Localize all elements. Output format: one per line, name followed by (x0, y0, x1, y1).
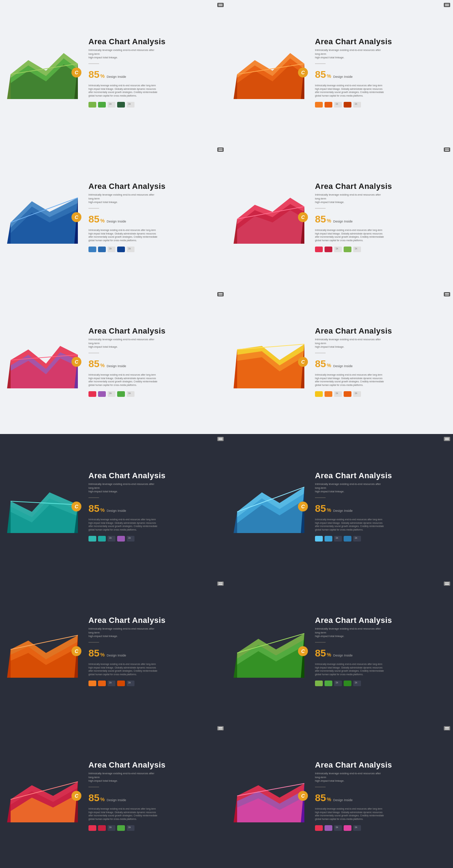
percent-block-2: 85 % Design Inside (315, 69, 446, 80)
percent-label-10: Design Inside (333, 654, 353, 657)
slide-title-11: Area Chart Analysis (88, 760, 219, 770)
divider-6 (315, 353, 326, 353)
slide-subtitle-4: Intrinsically leverage existing end-to-e… (315, 193, 386, 204)
slide-12: C Area Chart Analysis Intrinsically leve… (226, 723, 453, 868)
svg-marker-53 (7, 649, 11, 678)
desc-text-9: Intrinsically leverage existing end-to-e… (88, 662, 159, 676)
chart-area-7: C (7, 476, 78, 537)
percent-num-12: 85 (315, 792, 326, 804)
chip-label-2a: 1k (334, 102, 342, 108)
percent-num-6: 85 (315, 358, 326, 370)
content-10: Area Chart Analysis Intrinsically levera… (304, 616, 446, 686)
percent-block-3: 85 % Design Inside (88, 214, 219, 225)
slide-subtitle-6: Intrinsically leverage existing end-to-e… (315, 338, 386, 349)
chip-5a (88, 391, 96, 397)
divider-3 (88, 208, 99, 209)
svg-marker-41 (7, 501, 11, 533)
chart-area-9: C (7, 621, 78, 681)
color-chips-8: 1k 1k (315, 536, 446, 542)
logo-badge-10: C (298, 646, 308, 656)
main-grid: C Area Chart Analysis Intrinsically leve… (0, 0, 453, 868)
menu-button-8[interactable] (444, 437, 450, 441)
chart-area-12: C (234, 766, 304, 826)
menu-button-9[interactable] (217, 581, 224, 586)
divider-10 (315, 642, 326, 643)
area-chart-svg-9 (7, 621, 78, 681)
desc-text-1: Intrinsically leverage existing end-to-e… (88, 84, 159, 98)
chip-label-12b: 1k (353, 825, 361, 831)
menu-button-12[interactable] (444, 726, 450, 730)
chart-area-1: C (7, 42, 78, 103)
chip-12a (315, 825, 323, 831)
slide-2: C Area Chart Analysis Intrinsically leve… (226, 0, 453, 145)
percent-label-8: Design Inside (333, 509, 353, 513)
slide-8: C Area Chart Analysis Intrinsically leve… (226, 434, 453, 579)
percent-sign-5: % (100, 363, 104, 368)
area-chart-svg-1 (7, 42, 78, 103)
area-chart-svg-8 (234, 476, 304, 537)
svg-marker-59 (234, 653, 237, 678)
chip-4b (325, 247, 332, 252)
chip-12b (325, 825, 332, 831)
percent-block-5: 85 % Design Inside (88, 358, 219, 370)
desc-text-11: Intrinsically leverage existing end-to-e… (88, 807, 159, 821)
chip-label-4a: 1k (334, 247, 342, 252)
percent-label-1: Design Inside (107, 75, 126, 79)
slide-subtitle-2: Intrinsically leverage existing end-to-e… (315, 48, 386, 60)
chart-area-6: C (234, 332, 304, 392)
percent-label-3: Design Inside (107, 220, 126, 223)
menu-button-2[interactable] (444, 3, 450, 7)
svg-marker-11 (234, 74, 237, 99)
chip-label-6a: 1k (334, 391, 342, 397)
percent-block-12: 85 % Design Inside (315, 792, 446, 804)
desc-text-6: Intrinsically leverage existing end-to-e… (315, 373, 386, 387)
area-chart-svg-7 (7, 476, 78, 537)
content-2: Area Chart Analysis Intrinsically levera… (304, 37, 446, 108)
divider-1 (88, 63, 99, 64)
chip-4a (315, 247, 323, 252)
area-chart-svg-6 (234, 332, 304, 392)
chip-label-1a: 1k (108, 102, 115, 108)
color-chips-10: 1k 1k (315, 681, 446, 686)
chip-9a (88, 681, 96, 686)
divider-11 (88, 787, 99, 787)
chip-7b (98, 536, 106, 542)
percent-num-9: 85 (88, 648, 99, 659)
area-chart-svg-3 (7, 187, 78, 247)
slide-7: C Area Chart Analysis Intrinsically leve… (0, 434, 226, 579)
slide-title-12: Area Chart Analysis (315, 760, 446, 770)
chip-11c (117, 825, 125, 831)
percent-num-11: 85 (88, 792, 99, 804)
color-chips-4: 1k 1k (315, 247, 446, 252)
chip-label-9b: 1k (127, 681, 134, 686)
logo-badge-3: C (71, 212, 81, 222)
menu-button-3[interactable] (217, 147, 224, 152)
area-chart-svg-5 (7, 332, 78, 392)
slide-title-8: Area Chart Analysis (315, 471, 446, 480)
chip-label-10a: 1k (334, 681, 342, 686)
menu-button-1[interactable] (217, 3, 224, 7)
chip-label-9a: 1k (108, 681, 115, 686)
chip-2c (344, 102, 351, 108)
percent-block-10: 85 % Design Inside (315, 648, 446, 659)
menu-button-10[interactable] (444, 581, 450, 586)
percent-block-6: 85 % Design Inside (315, 358, 446, 370)
menu-button-6[interactable] (444, 292, 450, 296)
percent-label-7: Design Inside (107, 509, 126, 513)
percent-sign-10: % (327, 652, 331, 658)
content-1: Area Chart Analysis Intrinsically levera… (78, 37, 219, 108)
menu-button-5[interactable] (217, 292, 224, 296)
chip-label-2b: 1k (353, 102, 361, 108)
menu-button-7[interactable] (217, 437, 224, 441)
divider-2 (315, 63, 326, 64)
percent-sign-2: % (327, 73, 331, 79)
menu-button-4[interactable] (444, 147, 450, 152)
slide-4: C Area Chart Analysis Intrinsically leve… (226, 145, 453, 289)
percent-sign-8: % (327, 507, 331, 513)
logo-badge-4: C (298, 212, 308, 222)
slide-title-3: Area Chart Analysis (88, 182, 219, 191)
svg-marker-65 (7, 799, 11, 822)
percent-block-9: 85 % Design Inside (88, 648, 219, 659)
menu-button-11[interactable] (217, 726, 224, 730)
percent-num-10: 85 (315, 648, 326, 659)
